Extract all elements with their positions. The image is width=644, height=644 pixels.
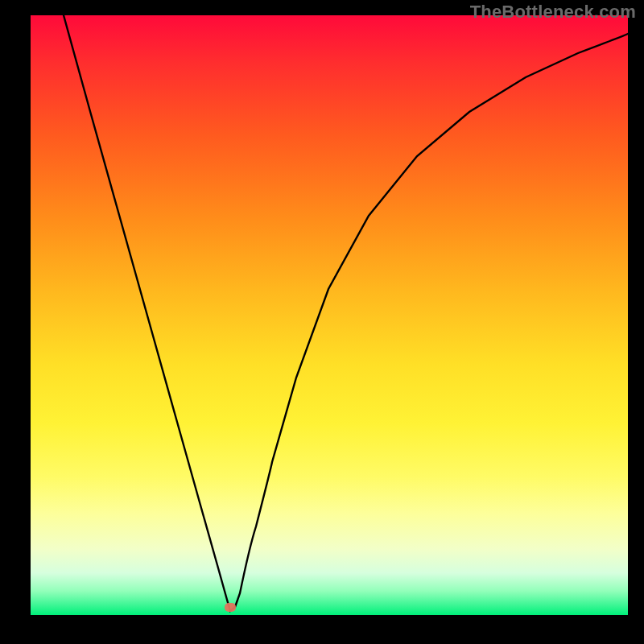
optimum-marker [225, 603, 236, 612]
chart-frame: TheBottleneck.com [0, 0, 644, 644]
curve-svg [31, 15, 628, 615]
plot-area [31, 15, 628, 615]
watermark-text: TheBottleneck.com [470, 2, 636, 23]
bottleneck-curve [64, 15, 628, 611]
